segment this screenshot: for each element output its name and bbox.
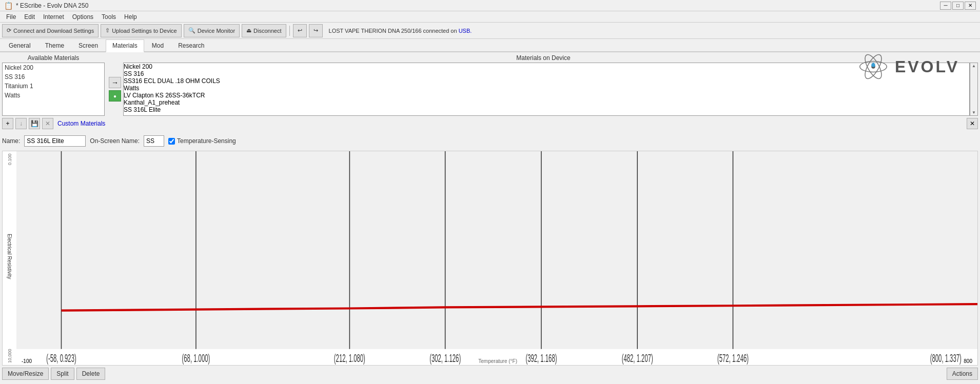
save-material-button[interactable]: 💾 — [29, 118, 40, 129]
close-button[interactable]: ✕ — [965, 2, 976, 10]
disconnect-icon: ⏏ — [246, 27, 251, 34]
device-item-ss316lelite[interactable]: SS 316L Elite — [124, 106, 969, 113]
bottom-controls: Move/Resize Split Delete Actions — [2, 366, 978, 382]
tab-research[interactable]: Research — [171, 39, 211, 51]
delete-device-material-button[interactable]: ✕ — [967, 118, 978, 129]
minimize-button[interactable]: ─ — [940, 2, 951, 10]
maximize-button[interactable]: □ — [952, 2, 964, 10]
available-item-titanium1[interactable]: Titanium 1 — [3, 82, 104, 91]
chart-area: 10,000 Electrical Resistivity 0.100 — [2, 151, 978, 366]
clear-material-button[interactable]: ✕ — [42, 118, 53, 129]
split-button[interactable]: Split — [51, 368, 74, 380]
transfer-buttons: → ● — [109, 63, 121, 116]
tab-theme[interactable]: Theme — [38, 39, 71, 51]
toolbar-separator — [289, 26, 290, 36]
tab-mod[interactable]: Mod — [145, 39, 170, 51]
upload-settings-button[interactable]: ⇧ Upload Settings to Device — [101, 24, 182, 37]
delete-button[interactable]: Delete — [76, 368, 106, 380]
actions-button[interactable]: Actions — [947, 368, 978, 380]
x-axis-min: -100 — [22, 358, 32, 364]
menu-file[interactable]: File — [2, 12, 20, 22]
materials-toolbar: + ↓ 💾 ✕ Custom Materials ✕ — [2, 116, 978, 131]
disconnect-button[interactable]: ⏏ Disconnect — [242, 24, 286, 37]
app-icon: 📋 — [4, 2, 13, 10]
device-materials-list[interactable]: Nickel 200 SS 316 SS316 ECL DUAL .18 OHM… — [123, 63, 970, 116]
temp-sensing-checkbox[interactable] — [168, 138, 175, 145]
available-item-ss316[interactable]: SS 316 — [3, 72, 104, 82]
chart-svg: (-58, 0.923) (68, 1.000) (212, 1.080) (3… — [16, 151, 977, 365]
device-item-nickel200[interactable]: Nickel 200 — [124, 63, 969, 70]
undo-button[interactable]: ↩ — [293, 24, 307, 37]
name-row: Name: On-Screen Name: Temperature-Sensin… — [2, 133, 978, 149]
available-materials-list[interactable]: Nickel 200 SS 316 Titanium 1 Watts — [2, 63, 105, 116]
title-bar: 📋 * EScribe - Evolv DNA 250 ─ □ ✕ — [0, 0, 980, 11]
scroll-down-arrow[interactable]: ▼ — [972, 110, 976, 115]
toolbar: ⟳ Connect and Download Settings ⇧ Upload… — [0, 23, 980, 39]
import-material-button[interactable]: ↓ — [15, 118, 27, 129]
x-axis-label: Temperature (°F) — [478, 358, 517, 364]
connect-download-button[interactable]: ⟳ Connect and Download Settings — [2, 24, 99, 37]
available-materials-header: Available Materials — [2, 54, 105, 62]
svg-rect-6 — [16, 151, 977, 349]
title-bar-title: * EScribe - Evolv DNA 250 — [16, 2, 88, 9]
temp-sensing-label[interactable]: Temperature-Sensing — [168, 137, 236, 145]
active-indicator: ● — [113, 93, 116, 99]
redo-button[interactable]: ↪ — [309, 24, 323, 37]
add-material-button[interactable]: + — [2, 118, 13, 129]
tab-general[interactable]: General — [2, 39, 37, 51]
evolv-text: EVOLV — [895, 57, 959, 76]
device-item-lvclapton[interactable]: LV Clapton KS 26SS-36kTCR — [124, 92, 969, 99]
name-label: Name: — [2, 137, 20, 145]
scroll-up-arrow[interactable]: ▲ — [972, 64, 976, 68]
transfer-right-button[interactable]: → — [109, 77, 121, 88]
device-item-kanthal[interactable]: Kanthal_A1_preheat — [124, 99, 969, 106]
y-axis-label: 10,000 Electrical Resistivity 0.100 — [3, 151, 16, 365]
menu-bar: File Edit Internet Options Tools Help — [0, 11, 980, 23]
device-list-container: Nickel 200 SS 316 SS316 ECL DUAL .18 OHM… — [123, 63, 978, 116]
menu-edit[interactable]: Edit — [20, 12, 39, 22]
upload-icon: ⇧ — [105, 27, 110, 34]
evolv-atom-icon — [858, 51, 889, 82]
menu-internet[interactable]: Internet — [39, 12, 68, 22]
available-materials-panel: Available Materials Nickel 200 SS 316 Ti… — [2, 54, 105, 116]
status-text: LOST VAPE THERION DNA 250/166 connected … — [329, 28, 472, 34]
title-bar-left: 📋 * EScribe - Evolv DNA 250 — [4, 2, 88, 10]
device-item-ss316[interactable]: SS 316 — [124, 70, 969, 77]
device-materials-header: Materials on Device — [109, 54, 978, 62]
x-axis-max: 800 — [964, 358, 972, 364]
materials-section: Available Materials Nickel 200 SS 316 Ti… — [2, 54, 978, 116]
tab-materials[interactable]: Materials — [106, 39, 144, 52]
bottom-left: Move/Resize Split Delete — [2, 368, 105, 380]
tab-bar: General Theme Screen Materials Mod Resea… — [0, 39, 980, 52]
move-resize-button[interactable]: Move/Resize — [2, 368, 49, 380]
monitor-icon: 🔍 — [188, 27, 195, 34]
bottom-right: Actions — [947, 368, 978, 380]
device-monitor-button[interactable]: 🔍 Device Monitor — [184, 24, 240, 37]
menu-tools[interactable]: Tools — [97, 12, 120, 22]
custom-materials-link[interactable]: Custom Materials — [57, 120, 105, 127]
name-input[interactable] — [24, 135, 86, 147]
transfer-active-button[interactable]: ● — [109, 90, 121, 102]
on-screen-label: On-Screen Name: — [90, 137, 140, 145]
evolv-logo: EVOLV — [858, 51, 959, 82]
device-item-watts[interactable]: Watts — [124, 85, 969, 92]
menu-options[interactable]: Options — [68, 12, 97, 22]
usb-status: USB. — [459, 28, 472, 34]
menu-help[interactable]: Help — [120, 12, 141, 22]
tab-screen[interactable]: Screen — [72, 39, 105, 51]
connect-icon: ⟳ — [7, 27, 11, 34]
device-list-scrollbar[interactable]: ▲ ▼ — [970, 63, 978, 116]
available-item-watts[interactable]: Watts — [3, 91, 104, 100]
available-item-nickel200[interactable]: Nickel 200 — [3, 63, 104, 72]
chart-inner: (-58, 0.923) (68, 1.000) (212, 1.080) (3… — [16, 151, 977, 365]
device-materials-container: → ● Nickel 200 SS 316 SS316 ECL DUAL .18… — [109, 63, 978, 116]
device-list-wrapper: Nickel 200 SS 316 SS316 ECL DUAL .18 OHM… — [123, 63, 978, 116]
main-content: Available Materials Nickel 200 SS 316 Ti… — [0, 52, 980, 384]
device-item-ss316ecl[interactable]: SS316 ECL DUAL .18 OHM COILS — [124, 77, 969, 85]
on-screen-name-input[interactable] — [144, 135, 164, 147]
title-bar-controls: ─ □ ✕ — [940, 2, 976, 10]
device-section: Materials on Device → ● Nickel 200 — [109, 54, 978, 116]
